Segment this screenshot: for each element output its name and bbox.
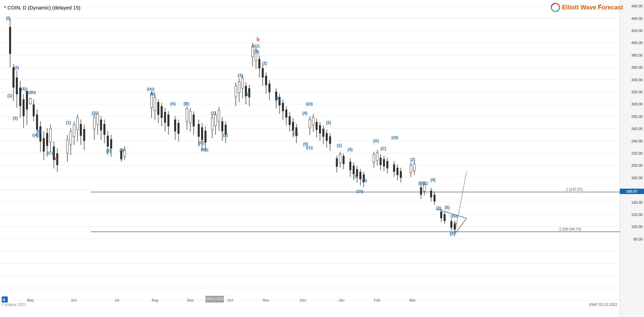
svg-text:Nov: Nov: [263, 298, 269, 302]
svg-text:dj: dj: [2, 298, 5, 302]
price-label-120: 120.00: [631, 213, 643, 217]
svg-text:((A)): ((A)): [32, 133, 40, 137]
svg-rect-73: [97, 114, 99, 125]
svg-rect-87: [151, 94, 153, 108]
svg-text:(4): (4): [120, 148, 125, 153]
chart-header: * COIN, D (Dynamic) (delayed 15) Elliott…: [0, 0, 627, 13]
svg-text:1.236 (94.70): 1.236 (94.70): [559, 227, 581, 231]
svg-rect-63: [73, 125, 75, 136]
svg-rect-121: [221, 121, 223, 131]
chart-title: * COIN, D (Dynamic) (delayed 15): [4, 5, 80, 10]
svg-rect-205: [400, 171, 402, 178]
svg-rect-193: [376, 153, 378, 160]
svg-rect-177: [339, 154, 341, 163]
svg-text:© eSignal, 2022: © eSignal, 2022: [2, 303, 26, 307]
svg-rect-115: [211, 118, 213, 130]
svg-rect-201: [393, 164, 395, 172]
svg-rect-175: [336, 158, 338, 167]
svg-text:Sep: Sep: [187, 298, 194, 302]
svg-text:09/21/2021: 09/21/2021: [206, 297, 225, 301]
svg-rect-139: [258, 59, 260, 68]
svg-rect-31: [12, 67, 14, 88]
svg-text:(2): (2): [326, 120, 331, 125]
svg-text:(1): (1): [423, 181, 428, 186]
svg-rect-29: [9, 27, 11, 54]
svg-rect-37: [23, 99, 25, 116]
svg-rect-223: [450, 221, 452, 228]
svg-rect-209: [413, 164, 415, 171]
svg-rect-187: [359, 172, 361, 179]
svg-rect-51: [46, 133, 48, 146]
svg-rect-215: [430, 191, 432, 197]
svg-text:(4): (4): [348, 147, 353, 152]
svg-text:(5): (5): [254, 50, 259, 54]
svg-text:(3): (3): [353, 174, 358, 179]
svg-text:((3)): ((3)): [356, 189, 363, 193]
svg-rect-33: [16, 77, 18, 94]
current-price-badge: 160.07: [620, 189, 644, 194]
svg-text:b: b: [257, 37, 260, 42]
svg-rect-171: [326, 133, 328, 141]
svg-rect-157: [292, 122, 294, 131]
svg-text:((C)): ((C)): [46, 151, 54, 155]
svg-text:((C)): ((C)): [252, 44, 260, 48]
price-label-380: 380.00: [631, 53, 643, 57]
brand-name: Elliott Wave Forecast: [562, 4, 623, 11]
svg-rect-97: [167, 115, 169, 126]
price-label-360: 360.00: [631, 65, 643, 69]
svg-rect-207: [410, 165, 412, 172]
svg-rect-65: [76, 118, 78, 130]
svg-rect-181: [349, 162, 351, 170]
price-label-80: 80.00: [633, 237, 643, 241]
svg-text:(1): (1): [7, 93, 12, 98]
price-label-220: 220.00: [631, 151, 643, 155]
price-label-180: 180.00: [631, 176, 643, 180]
price-label-140: 140.00: [631, 200, 643, 204]
svg-text:((4)): ((4)): [391, 135, 398, 139]
svg-text:(1): (1): [211, 111, 216, 116]
svg-rect-219: [440, 212, 442, 218]
svg-text:(3): (3): [238, 73, 243, 78]
svg-rect-199: [386, 161, 388, 168]
svg-rect-203: [396, 168, 398, 175]
svg-text:((2)): ((2)): [306, 102, 313, 106]
svg-text:Aug: Aug: [152, 298, 158, 302]
svg-rect-165: [316, 122, 318, 130]
svg-text:(1): (1): [276, 96, 281, 101]
svg-rect-93: [161, 106, 163, 118]
svg-rect-183: [353, 166, 355, 174]
svg-text:(2): (2): [223, 133, 228, 137]
svg-rect-191: [373, 154, 375, 162]
svg-rect-49: [43, 138, 45, 152]
svg-text:((5)): ((5)): [451, 214, 458, 218]
svg-text:(B): (B): [184, 101, 189, 106]
svg-rect-125: [235, 86, 237, 97]
price-label-460: 460.00: [631, 4, 643, 8]
price-label-340: 340.00: [631, 78, 643, 82]
svg-rect-105: [189, 111, 191, 123]
svg-text:((1)): ((1)): [306, 146, 313, 150]
svg-text:(4): (4): [21, 87, 26, 91]
svg-rect-107: [193, 115, 195, 126]
svg-text:Mar: Mar: [409, 298, 416, 302]
svg-text:Jul: Jul: [115, 298, 119, 302]
price-label-420: 420.00: [631, 29, 643, 33]
svg-rect-153: [285, 109, 287, 118]
svg-rect-161: [309, 120, 311, 128]
svg-rect-155: [289, 116, 291, 125]
svg-rect-67: [80, 124, 82, 136]
main-chart: (I) (2) (1) (4) ((B)) (3) (5) ((A)) ((C)…: [0, 0, 620, 307]
price-label-440: 440.00: [631, 17, 643, 21]
svg-text:(1): (1): [337, 143, 342, 148]
brand-logo: Elliott Wave Forecast: [551, 3, 623, 12]
svg-rect-217: [433, 195, 436, 201]
expand-icon[interactable]: ⤢: [598, 3, 602, 8]
svg-rect-53: [50, 129, 52, 142]
svg-rect-127: [238, 82, 240, 93]
svg-rect-213: [423, 185, 425, 191]
svg-text:a: a: [55, 156, 57, 161]
svg-text:Dec: Dec: [300, 298, 307, 302]
svg-rect-111: [201, 127, 203, 140]
price-label-240: 240.00: [631, 139, 643, 143]
svg-text:Jan: Jan: [339, 298, 345, 302]
